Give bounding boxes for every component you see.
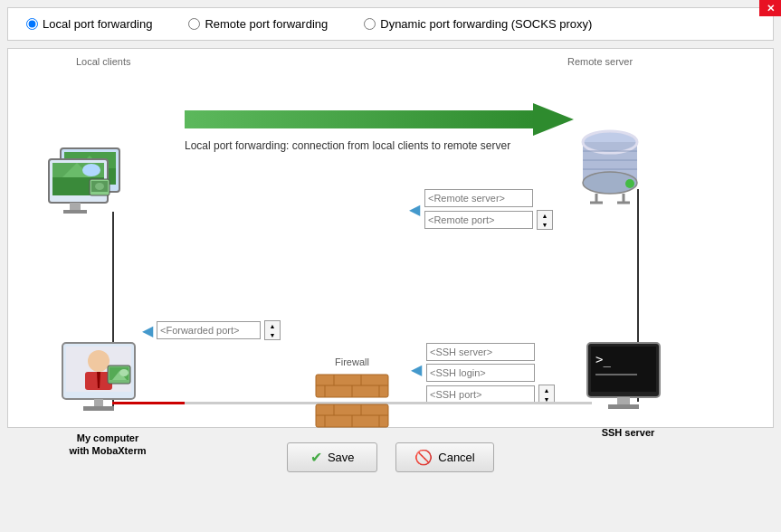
svg-rect-43 xyxy=(617,397,630,404)
remote-port-row: ▲ ▼ xyxy=(424,210,553,230)
svg-rect-44 xyxy=(608,404,639,409)
remote-server-svg xyxy=(574,126,646,207)
forwarded-port-row: ◀ ▲ ▼ xyxy=(142,320,281,340)
remote-server-input[interactable] xyxy=(424,189,533,207)
remote-arrow-icon: ◀ xyxy=(409,201,420,218)
svg-text:>_: >_ xyxy=(595,352,611,367)
firewall-svg xyxy=(311,370,393,438)
forwarded-port-down[interactable]: ▼ xyxy=(265,330,280,339)
radio-dynamic[interactable]: Dynamic port forwarding (SOCKS proxy) xyxy=(364,17,592,31)
radio-dynamic-input[interactable] xyxy=(364,18,376,30)
ssh-server-icon: >_ SSH server xyxy=(583,338,673,438)
cancel-button[interactable]: 🚫 Cancel xyxy=(395,442,493,472)
green-arrow xyxy=(185,103,574,136)
remote-server-icon xyxy=(574,126,646,210)
svg-rect-33 xyxy=(94,399,103,406)
svg-point-30 xyxy=(88,350,110,372)
radio-options-row: Local port forwarding Remote port forwar… xyxy=(7,7,774,41)
remote-port-up[interactable]: ▲ xyxy=(538,211,552,220)
radio-remote[interactable]: Remote port forwarding xyxy=(188,17,328,31)
ssh-server-svg: >_ xyxy=(583,338,673,424)
local-clients-svg xyxy=(44,139,135,230)
forwarded-port-group: ◀ ▲ ▼ xyxy=(142,320,281,340)
svg-point-10 xyxy=(82,164,100,176)
arrow-body xyxy=(185,110,538,128)
my-computer-label: My computerwith MobaXterm xyxy=(58,432,157,458)
close-icon: ✕ xyxy=(767,3,775,14)
radio-local-input[interactable] xyxy=(26,18,38,30)
svg-rect-12 xyxy=(63,210,87,214)
remote-port-input[interactable] xyxy=(424,211,533,229)
remote-port-down[interactable]: ▼ xyxy=(538,220,552,229)
svg-rect-11 xyxy=(70,203,81,210)
svg-point-23 xyxy=(625,179,634,188)
local-clients-icon xyxy=(44,139,135,233)
save-icon: ✔ xyxy=(310,449,322,466)
ssh-server-input[interactable] xyxy=(426,343,535,361)
ssh-server-inputs: ▲ ▼ xyxy=(426,343,555,404)
save-label: Save xyxy=(328,451,355,464)
svg-rect-34 xyxy=(83,406,114,411)
ssh-port-input[interactable] xyxy=(426,385,535,404)
ssh-login-input[interactable] xyxy=(426,364,535,382)
radio-local-label: Local port forwarding xyxy=(43,17,152,31)
local-clients-label: Local clients xyxy=(76,56,131,67)
remote-server-inputs: ▲ ▼ xyxy=(424,189,553,230)
radio-dynamic-label: Dynamic port forwarding (SOCKS proxy) xyxy=(380,17,592,31)
my-computer-icon: My computerwith MobaXterm xyxy=(58,338,157,458)
ssh-server-row xyxy=(426,343,555,361)
remote-server-row xyxy=(424,189,553,207)
my-computer-svg xyxy=(58,338,157,429)
cancel-label: Cancel xyxy=(438,451,474,464)
save-button[interactable]: ✔ Save xyxy=(287,442,377,472)
cancel-icon: 🚫 xyxy=(414,449,433,466)
radio-remote-input[interactable] xyxy=(188,18,200,30)
firewall-icon: Firewall xyxy=(311,356,393,441)
ssh-server-label: SSH server xyxy=(583,427,673,438)
close-button[interactable]: ✕ xyxy=(759,0,781,16)
forwarded-arrow-icon: ◀ xyxy=(142,322,153,339)
forwarded-port-input[interactable] xyxy=(157,321,261,339)
firewall-label: Firewall xyxy=(311,356,393,367)
radio-remote-label: Remote port forwarding xyxy=(205,17,328,31)
forwarded-port-up[interactable]: ▲ xyxy=(265,321,280,330)
arrow-head xyxy=(533,103,574,136)
diagram-area: Local clients Remote server Local port f… xyxy=(7,48,774,428)
svg-point-38 xyxy=(119,369,129,376)
main-container: Local port forwarding Remote port forwar… xyxy=(0,0,781,532)
remote-port-spinner[interactable]: ▲ ▼ xyxy=(537,210,553,230)
ssh-port-up[interactable]: ▲ xyxy=(539,385,554,394)
radio-local[interactable]: Local port forwarding xyxy=(26,17,152,31)
remote-server-label: Remote server xyxy=(567,56,633,67)
ssh-login-row xyxy=(426,364,555,382)
svg-point-15 xyxy=(95,183,104,190)
ssh-arrow-icon: ◀ xyxy=(411,361,422,378)
forwarded-port-spinner[interactable]: ▲ ▼ xyxy=(264,320,281,340)
arrow-description: Local port forwarding: connection from l… xyxy=(185,139,510,152)
